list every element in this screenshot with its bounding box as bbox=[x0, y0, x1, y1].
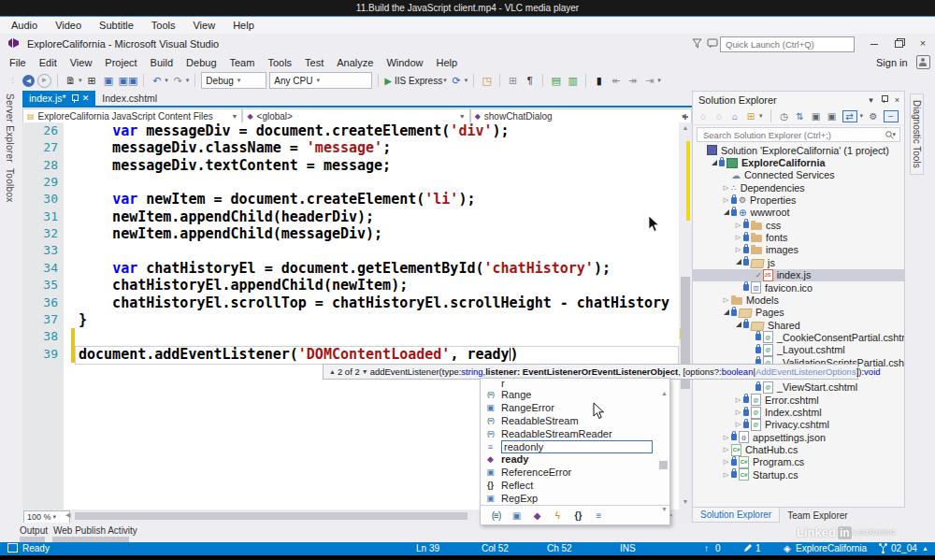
filter-icon[interactable] bbox=[692, 38, 702, 50]
tree-item-css[interactable]: ▷css bbox=[693, 219, 904, 231]
code-line-27[interactable]: messageDiv.className = 'message'; bbox=[79, 139, 391, 156]
tree-item-Properties[interactable]: ▷⚙Properties bbox=[693, 194, 904, 206]
hscroll-left-icon[interactable]: ◀ bbox=[65, 511, 70, 519]
tree-item-appsettings-json[interactable]: ▷{}appsettings.json bbox=[693, 431, 904, 443]
sx-preview-icon[interactable]: ▣ bbox=[811, 111, 822, 122]
completion-item-readonly[interactable]: ≡readonly bbox=[481, 440, 669, 453]
new-folder-icon[interactable]: ⊞ bbox=[506, 73, 520, 88]
vs-menu-edit[interactable]: Edit bbox=[39, 57, 57, 68]
code-line-34[interactable]: var chatHistoryEl = document.getElementB… bbox=[79, 260, 611, 277]
pager-arrow-icon[interactable]: ▲ bbox=[329, 368, 336, 375]
sx-properties-icon[interactable]: ⚙ bbox=[868, 111, 879, 122]
scroll-down-icon[interactable]: ▼ bbox=[679, 498, 692, 505]
sx-home-icon[interactable]: ⌂ bbox=[729, 111, 741, 122]
vlc-menu-subtitle[interactable]: Subtitle bbox=[99, 20, 134, 31]
completion-item-RegExp[interactable]: ▣RegExp bbox=[481, 492, 669, 505]
toolbar-overflow-caret[interactable]: ▾ bbox=[657, 77, 661, 84]
tree-item-Dependencies[interactable]: ▷∴Dependencies bbox=[693, 181, 904, 194]
tree-item-Pages[interactable]: Pages bbox=[693, 307, 904, 319]
sx-back-icon[interactable]: ◌ bbox=[698, 111, 709, 122]
expand-icon[interactable]: ▷ bbox=[721, 446, 731, 453]
editor-vertical-scrollbar[interactable]: ▲ ▼ bbox=[679, 122, 692, 510]
sx-sync-icon[interactable]: ⇅ bbox=[795, 111, 806, 122]
save-all-icon[interactable]: ▣▣ bbox=[119, 73, 138, 88]
debug-configuration-select[interactable]: Debug▾ bbox=[201, 72, 266, 89]
sx-view-caret[interactable]: ▾ bbox=[759, 112, 763, 120]
vs-menu-window[interactable]: Window bbox=[386, 57, 423, 68]
branch-name[interactable]: 02_04 bbox=[891, 543, 917, 553]
doc-tab-Indexcshtml[interactable]: Index.cshtml bbox=[95, 91, 164, 106]
repo-icon[interactable]: ◈ bbox=[784, 543, 791, 553]
tree-item-Connected-Services[interactable]: ☁Connected Services bbox=[693, 169, 904, 181]
clear-bookmarks-icon[interactable]: ⇥ bbox=[642, 73, 656, 88]
tree-item-fonts[interactable]: ▷fonts bbox=[693, 231, 904, 243]
close-button[interactable]: × bbox=[911, 36, 935, 51]
collapse-icon[interactable] bbox=[721, 309, 731, 316]
hscroll-thumb[interactable] bbox=[75, 512, 468, 520]
expand-icon[interactable]: ▷ bbox=[721, 434, 731, 441]
scroll-up-icon[interactable]: ▲ bbox=[679, 124, 692, 131]
vlc-menu-video[interactable]: Video bbox=[55, 20, 81, 31]
toolbar-drag-handle[interactable]: ⋮ bbox=[6, 73, 20, 88]
vs-menu-help[interactable]: Help bbox=[437, 57, 458, 68]
tree-item-index-js[interactable]: ✓JSindex.js bbox=[693, 269, 904, 281]
collapse-icon[interactable] bbox=[709, 160, 719, 166]
tab-output[interactable]: Output bbox=[20, 525, 48, 536]
undo-caret[interactable]: ▾ bbox=[165, 77, 168, 84]
expand-icon[interactable]: ▷ bbox=[721, 296, 731, 304]
vlc-menu-audio[interactable]: Audio bbox=[11, 20, 37, 31]
completion-item-ready[interactable]: ◆ready bbox=[481, 452, 669, 466]
refresh-icon[interactable]: ⟳ bbox=[450, 73, 464, 88]
breadcrumb-dropdown-2[interactable]: ◆showChatDialog▼ bbox=[470, 108, 692, 123]
expand-icon[interactable]: ▷ bbox=[733, 421, 743, 428]
collapse-icon[interactable] bbox=[733, 322, 743, 328]
minimize-button[interactable] bbox=[862, 36, 886, 51]
breadcrumb-dropdown-1[interactable]: ◆<global>▼ bbox=[242, 108, 469, 123]
save-icon[interactable]: ▣ bbox=[102, 73, 116, 88]
chevron-down-icon[interactable]: ▼ bbox=[231, 113, 237, 120]
tree-item-ChatHub-cs[interactable]: ▷C#ChatHub.cs bbox=[693, 443, 904, 455]
completion-item-Range[interactable]: (≡)Range bbox=[481, 388, 669, 401]
vs-menu-debug[interactable]: Debug bbox=[186, 57, 216, 68]
restore-button[interactable] bbox=[886, 36, 911, 51]
filter-interface-icon[interactable]: (≡) bbox=[490, 510, 502, 521]
sx-collapse-all-icon[interactable]: − bbox=[884, 110, 899, 122]
tree-item-_ViewStart-cshtml[interactable]: @_ViewStart.cshtml bbox=[693, 381, 904, 394]
pushes-icon[interactable]: ↑ bbox=[704, 543, 709, 553]
completion-item-r[interactable]: r bbox=[481, 379, 669, 388]
vlc-menu-view[interactable]: View bbox=[193, 20, 215, 31]
list-scroll-down-icon[interactable]: ▼ bbox=[661, 506, 668, 512]
completion-item-ReadableStream[interactable]: (≡)ReadableStream bbox=[481, 414, 669, 427]
expand-icon[interactable]: ▷ bbox=[733, 222, 743, 229]
expand-icon[interactable]: ▷ bbox=[721, 458, 731, 466]
expand-icon[interactable]: ▷ bbox=[721, 196, 731, 204]
tree-item-_CookieConsentPartial-cshtml[interactable]: @_CookieConsentPartial.cshtml bbox=[693, 331, 904, 343]
tree-item-js[interactable]: js bbox=[693, 256, 904, 268]
expand-icon[interactable]: ▷ bbox=[733, 234, 743, 241]
pushes-count[interactable]: 0 bbox=[715, 543, 721, 553]
sx-pending-changes-icon[interactable]: ◷ bbox=[779, 111, 790, 122]
pager-arrow-icon[interactable]: ▼ bbox=[362, 368, 368, 375]
sx-new-view-icon[interactable]: ⊞ bbox=[745, 111, 756, 122]
vs-menu-project[interactable]: Project bbox=[105, 57, 137, 68]
prev-bookmark-icon[interactable]: ↞ bbox=[609, 73, 623, 88]
platform-select[interactable]: Any CPU▾ bbox=[269, 72, 372, 89]
tab-server-explorer[interactable]: Server Explorer bbox=[5, 93, 15, 163]
edits-count[interactable]: 1 bbox=[755, 543, 761, 553]
bookmark-icon[interactable]: ▮ bbox=[592, 73, 606, 88]
filter-class-icon[interactable]: ▣ bbox=[511, 510, 523, 521]
expand-icon[interactable]: ▷ bbox=[721, 471, 731, 479]
collapse-icon[interactable] bbox=[721, 209, 731, 216]
tab-team-explorer[interactable]: Team Explorer bbox=[780, 508, 855, 523]
sx-sync-active-icon[interactable]: ⇄ bbox=[842, 110, 857, 122]
filter-namespace-icon[interactable]: {} bbox=[572, 510, 584, 521]
next-bookmark-icon[interactable]: ↠ bbox=[626, 73, 640, 88]
account-icon[interactable] bbox=[916, 55, 930, 69]
new-file-icon[interactable]: 🗎 bbox=[64, 73, 78, 88]
code-line-30[interactable]: var newItem = document.createElement('li… bbox=[79, 191, 475, 208]
vlc-titlebar[interactable]: 11.Build the JavaScript client.mp4 - VLC… bbox=[0, 0, 935, 17]
window-position-caret-icon[interactable]: ▾ bbox=[869, 95, 873, 105]
vs-menu-file[interactable]: File bbox=[9, 57, 26, 68]
run-target-label[interactable]: IIS Express bbox=[395, 76, 442, 86]
sx-sync-caret[interactable]: ▾ bbox=[860, 112, 864, 120]
